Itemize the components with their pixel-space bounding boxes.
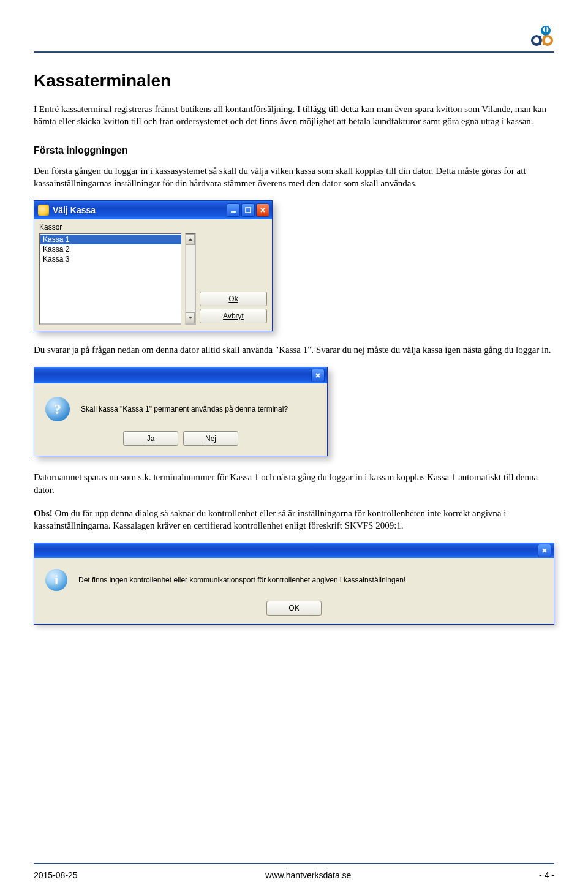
- scroll-track[interactable]: [186, 245, 195, 312]
- confirm-close-button[interactable]: [311, 369, 325, 382]
- info-message: Det finns ingen kontrollenhet eller komm…: [78, 576, 405, 584]
- obs-text: Om du får upp denna dialog så saknar du …: [34, 508, 506, 530]
- list-item[interactable]: Kassa 1: [40, 235, 181, 244]
- obs-label: Obs!: [34, 508, 53, 518]
- footer-divider: [34, 863, 554, 864]
- avbryt-button[interactable]: Avbryt: [200, 309, 267, 323]
- info-ok-button[interactable]: OK: [266, 601, 322, 616]
- list-item[interactable]: Kassa 2: [40, 244, 181, 254]
- info-close-button[interactable]: [538, 544, 551, 557]
- question-icon: ?: [45, 397, 70, 421]
- footer-url: www.hantverksdata.se: [265, 870, 351, 880]
- scroll-up-button[interactable]: [186, 234, 195, 245]
- ja-button[interactable]: Ja: [123, 431, 178, 446]
- svg-rect-3: [231, 211, 236, 213]
- list-item[interactable]: Kassa 3: [40, 254, 181, 264]
- footer-page: - 4 -: [539, 870, 554, 880]
- minimize-button[interactable]: [227, 203, 240, 217]
- info-icon: i: [45, 569, 67, 591]
- app-icon: [38, 205, 49, 216]
- obs-paragraph: Obs! Om du får upp denna dialog så sakna…: [34, 507, 554, 532]
- confirm-intro-paragraph: Du svarar ja på frågan nedan om denna da…: [34, 344, 554, 356]
- brand-logo: [527, 24, 554, 47]
- page-footer: 2015-08-25 www.hantverksdata.se - 4 -: [34, 870, 554, 880]
- intro-paragraph: I Entré kassaterminal registreras främst…: [34, 103, 554, 128]
- scroll-down-button[interactable]: [186, 312, 195, 323]
- confirm-message: Skall kassa "Kassa 1" permanent användas…: [81, 405, 288, 413]
- header-divider: [34, 51, 554, 53]
- section-first-login: Första inloggningen: [34, 145, 554, 156]
- window-titlebar: Välj Kassa: [34, 201, 272, 219]
- window-title: Välj Kassa: [53, 205, 227, 215]
- first-login-paragraph: Den första gången du loggar in i kassasy…: [34, 165, 554, 190]
- svg-rect-4: [246, 208, 251, 213]
- confirm-dialog: ? Skall kassa "Kassa 1" permanent använd…: [34, 367, 328, 456]
- after-confirm-paragraph: Datornamnet sparas nu som s.k. terminaln…: [34, 471, 554, 496]
- maximize-button[interactable]: [241, 203, 255, 217]
- kassor-group-label: Kassor: [39, 223, 267, 232]
- page-title: Kassaterminalen: [34, 71, 554, 91]
- info-titlebar: [34, 543, 554, 558]
- confirm-titlebar: [34, 367, 327, 383]
- select-kassa-window: Välj Kassa Kassor Kassa 1 Kassa: [34, 200, 273, 331]
- footer-date: 2015-08-25: [34, 870, 78, 880]
- kassor-listbox[interactable]: Kassa 1 Kassa 2 Kassa 3: [39, 233, 181, 325]
- ok-button[interactable]: Ok: [200, 292, 267, 306]
- close-button[interactable]: [256, 203, 270, 217]
- nej-button[interactable]: Nej: [183, 431, 238, 446]
- info-dialog: i Det finns ingen kontrollenhet eller ko…: [34, 543, 554, 625]
- listbox-scrollbar[interactable]: [185, 233, 196, 325]
